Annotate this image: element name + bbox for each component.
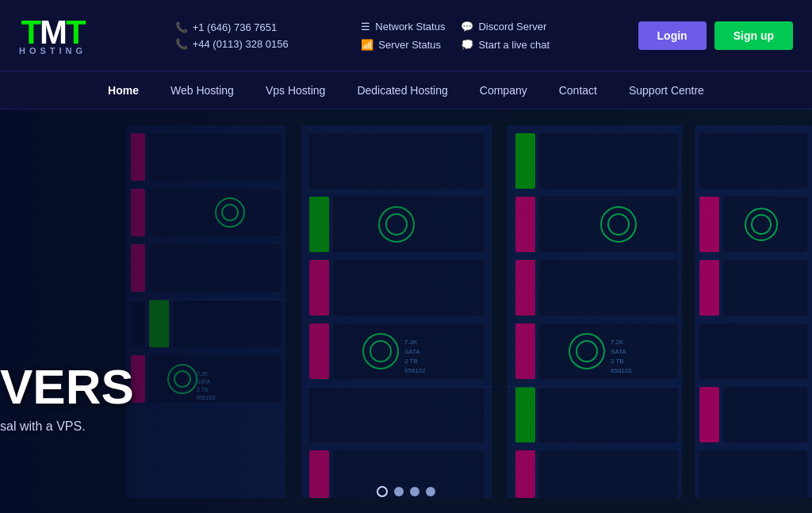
nav-company[interactable]: Company bbox=[480, 81, 527, 100]
discord-label: Discord Server bbox=[478, 21, 546, 33]
phone2-icon: 📞 bbox=[175, 38, 188, 50]
server-status-label: Server Status bbox=[378, 39, 441, 51]
phone2-item[interactable]: 📞 +44 (0113) 328 0156 bbox=[175, 38, 289, 50]
phone1-icon: 📞 bbox=[175, 21, 188, 33]
logo-m: M bbox=[40, 16, 66, 49]
nav-dedicated-hosting[interactable]: Dedicated Hosting bbox=[357, 81, 447, 100]
phone2-number: +44 (0113) 328 0156 bbox=[193, 38, 289, 50]
discord-icon: 💬 bbox=[461, 21, 473, 33]
nav-support-centre[interactable]: Support Centre bbox=[629, 81, 704, 100]
server-status-icon: 📶 bbox=[361, 39, 373, 51]
network-status-label: Network Status bbox=[375, 21, 445, 33]
login-button[interactable]: Login bbox=[638, 21, 707, 50]
logo-t2: T bbox=[66, 16, 85, 49]
logo-t1: T bbox=[21, 16, 40, 49]
phone1-item[interactable]: 📞 +1 (646) 736 7651 bbox=[175, 21, 289, 33]
carousel-dots bbox=[377, 486, 435, 497]
carousel-dot-1[interactable] bbox=[377, 486, 388, 497]
hero-text: VERS sal with a VPS. bbox=[0, 362, 134, 434]
carousel-dot-4[interactable] bbox=[426, 487, 435, 496]
live-chat-label: Start a live chat bbox=[478, 39, 550, 51]
network-status-icon: ☰ bbox=[361, 21, 370, 33]
hero-title: VERS bbox=[0, 362, 134, 412]
hero-overlay bbox=[0, 109, 812, 513]
carousel-dot-3[interactable] bbox=[410, 487, 419, 496]
status-links: ☰ Network Status 📶 Server Status 💬 Disco… bbox=[361, 21, 550, 51]
live-chat-link[interactable]: 💭 Start a live chat bbox=[461, 39, 550, 51]
top-bar: T M T HOSTING 📞 +1 (646) 736 7651 📞 +44 … bbox=[0, 0, 812, 71]
nav-bar: Home Web Hosting Vps Hosting Dedicated H… bbox=[0, 71, 812, 109]
nav-contact[interactable]: Contact bbox=[559, 81, 597, 100]
hero-subtitle: sal with a VPS. bbox=[0, 419, 134, 434]
server-status-link[interactable]: 📶 Server Status bbox=[361, 39, 445, 51]
status-link-col-right: 💬 Discord Server 💭 Start a live chat bbox=[461, 21, 550, 51]
logo-tmt: T M T bbox=[21, 16, 84, 49]
carousel-dot-2[interactable] bbox=[394, 487, 404, 496]
nav-web-hosting[interactable]: Web Hosting bbox=[170, 81, 234, 100]
nav-vps-hosting[interactable]: Vps Hosting bbox=[266, 81, 325, 100]
signup-button[interactable]: Sign up bbox=[714, 21, 793, 50]
auth-buttons: Login Sign up bbox=[638, 21, 793, 50]
hero-section: 7.2K SATA 2 TB 658102 7.2K SATA 2 TB 658… bbox=[0, 109, 812, 513]
network-status-link[interactable]: ☰ Network Status bbox=[361, 21, 445, 33]
chat-icon: 💭 bbox=[461, 39, 473, 51]
contact-info: 📞 +1 (646) 736 7651 📞 +44 (0113) 328 015… bbox=[175, 21, 289, 50]
logo: T M T HOSTING bbox=[19, 16, 86, 56]
logo-hosting: HOSTING bbox=[19, 46, 86, 56]
discord-server-link[interactable]: 💬 Discord Server bbox=[461, 21, 550, 33]
nav-home[interactable]: Home bbox=[108, 81, 139, 100]
phone1-number: +1 (646) 736 7651 bbox=[193, 21, 278, 33]
status-link-col-left: ☰ Network Status 📶 Server Status bbox=[361, 21, 445, 51]
